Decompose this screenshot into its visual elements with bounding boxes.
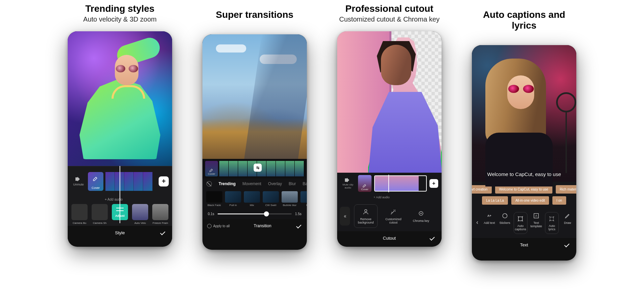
- tab-basic[interactable]: Basi: [302, 181, 307, 186]
- confirm-button[interactable]: [159, 229, 166, 236]
- confirm-button[interactable]: [564, 241, 570, 248]
- slider-knob[interactable]: [264, 211, 269, 216]
- phone-mock-styles: Unmute Cover + + Add audio Camera Bo Cam…: [68, 31, 172, 247]
- confirm-button[interactable]: [295, 223, 302, 229]
- add-audio-button[interactable]: + Add audio: [68, 196, 172, 201]
- transition-pull-in[interactable]: Pull in: [225, 191, 242, 207]
- tab-overlay[interactable]: Overlay: [268, 181, 282, 186]
- phone-mock-cutout: Mute clip audio Cover + + Add audio « Re…: [337, 31, 442, 247]
- tool-add-text[interactable]: A+Add text: [483, 212, 496, 225]
- tab-trending[interactable]: Trending: [219, 181, 236, 186]
- chip[interactable]: All-in-one video edit: [511, 196, 549, 205]
- chip[interactable]: Rich material: [556, 185, 576, 194]
- timeline-strip[interactable]: Mute clip audio Cover +: [337, 173, 442, 194]
- style-item-adjust[interactable]: Adjust: [111, 204, 129, 225]
- unmute-button[interactable]: Unmute: [71, 177, 86, 186]
- style-item-3dzoom[interactable]: 3D Zoom: [171, 204, 172, 225]
- bottom-bar: Text: [472, 238, 576, 251]
- sunglasses-icon: [116, 65, 138, 72]
- sliders-icon: [116, 207, 124, 212]
- video-preview[interactable]: [68, 31, 172, 166]
- template-icon: A: [533, 212, 540, 219]
- pencil-icon: [564, 212, 571, 219]
- sunglasses-icon: [508, 85, 534, 93]
- transition-cw-swirl[interactable]: CW Swirl: [262, 191, 279, 207]
- svg-text:A: A: [535, 214, 537, 217]
- sticker-icon: [501, 212, 509, 219]
- tool-text-template[interactable]: AText template: [529, 212, 543, 228]
- style-presets-row: Camera Bo Camera Sh Adjust Auto Velo Fre…: [68, 201, 172, 226]
- transition-bubble-blur[interactable]: Bubble blur: [281, 191, 298, 207]
- none-icon[interactable]: [206, 181, 212, 186]
- tool-auto-captions[interactable]: Auto captions: [514, 212, 527, 234]
- cover-button[interactable]: Cover: [358, 175, 372, 192]
- wand-icon: [390, 208, 397, 215]
- clip-thumbnails[interactable]: [374, 175, 427, 192]
- add-audio-button[interactable]: + Add audio: [337, 194, 442, 201]
- panel-cutout: Professional cutout Customized cutout & …: [335, 3, 443, 247]
- speaker-icon: [345, 178, 351, 182]
- style-item-camera-bo[interactable]: Camera Bo: [70, 204, 89, 225]
- bottom-title: Style: [115, 230, 125, 235]
- edit-icon: [362, 183, 367, 188]
- panel-trending-styles: Trending styles Auto velocity & 3D zoom …: [66, 3, 174, 247]
- tab-blur[interactable]: Blur: [289, 181, 296, 186]
- duration-slider-row: 0.1s 1.5s: [202, 209, 307, 219]
- confirm-button[interactable]: [429, 235, 436, 241]
- transition-pull[interactable]: Pull: [300, 191, 307, 207]
- svg-point-2: [420, 213, 421, 214]
- transition-black-fade[interactable]: Black Fade: [206, 191, 223, 207]
- bottom-bar: Cutout: [337, 231, 442, 245]
- bottom-title: Transition: [254, 224, 271, 228]
- unmute-label: Unmute: [73, 183, 84, 186]
- tool-remove-bg[interactable]: Remove background: [354, 204, 378, 228]
- duration-max: 1.5s: [295, 212, 301, 216]
- svg-point-0: [365, 209, 367, 212]
- timeline-strip[interactable]: Cover ⇆: [202, 159, 307, 178]
- mute-clip-button[interactable]: Mute clip audio: [341, 178, 355, 189]
- add-clip-button[interactable]: +: [159, 176, 169, 186]
- caption-overlay[interactable]: Welcome to CapCut, easy to use: [472, 171, 576, 177]
- clip-thumbnails[interactable]: [105, 172, 155, 191]
- chevron-left-icon: «: [344, 213, 346, 219]
- timeline-strip[interactable]: Unmute Cover +: [68, 166, 172, 196]
- style-item-freeze[interactable]: Freeze Fram: [151, 204, 169, 225]
- cover-button[interactable]: Cover: [88, 172, 103, 191]
- video-preview[interactable]: [337, 31, 442, 173]
- tool-stickers[interactable]: Stickers: [498, 212, 512, 225]
- back-button[interactable]: ‹: [474, 212, 481, 232]
- chip[interactable]: I on: [552, 196, 566, 205]
- preview-subject: [79, 38, 160, 166]
- style-item-camera-sh[interactable]: Camera Sh: [91, 204, 109, 225]
- duration-slider[interactable]: [218, 213, 292, 214]
- tool-auto-lyrics[interactable]: Auto lyrics: [545, 212, 559, 234]
- style-item-auto-velo[interactable]: Auto Velo: [131, 204, 149, 225]
- tool-draw[interactable]: Draw: [561, 212, 574, 225]
- transition-overlay: [244, 34, 307, 159]
- tab-movement[interactable]: Movement: [243, 181, 261, 186]
- add-clip-button[interactable]: +: [429, 179, 438, 188]
- cover-button[interactable]: Cover: [205, 161, 218, 176]
- transition-marker[interactable]: ⇆: [254, 164, 262, 172]
- lyrics-icon: [548, 215, 555, 223]
- bottom-title: Cutout: [383, 236, 396, 241]
- microphone-icon: [559, 92, 573, 173]
- apply-all-button[interactable]: Apply to all: [207, 224, 230, 228]
- bottom-bar: Style: [68, 226, 172, 239]
- captions-icon: [517, 215, 524, 223]
- panel-subtitle: Auto velocity & 3D zoom: [83, 15, 157, 23]
- duration-min: 0.1s: [208, 212, 214, 216]
- chip[interactable]: La La La La: [482, 196, 508, 205]
- tool-custom-cutout[interactable]: Customized cutout: [382, 208, 405, 224]
- add-text-icon: A+: [486, 212, 493, 219]
- playhead[interactable]: [388, 175, 389, 192]
- svg-rect-4: [518, 217, 522, 221]
- edit-icon: [209, 168, 214, 172]
- panel-transitions: Super transitions Cover ⇆ Trending Movem…: [201, 3, 309, 250]
- video-preview[interactable]: Welcome to CapCut, easy to use: [472, 45, 576, 182]
- dropper-icon: [417, 210, 425, 217]
- back-button[interactable]: «: [340, 207, 350, 226]
- tool-chroma-key[interactable]: Chroma key: [409, 210, 433, 223]
- video-preview[interactable]: [202, 34, 307, 159]
- transition-mix[interactable]: Mix: [244, 191, 260, 207]
